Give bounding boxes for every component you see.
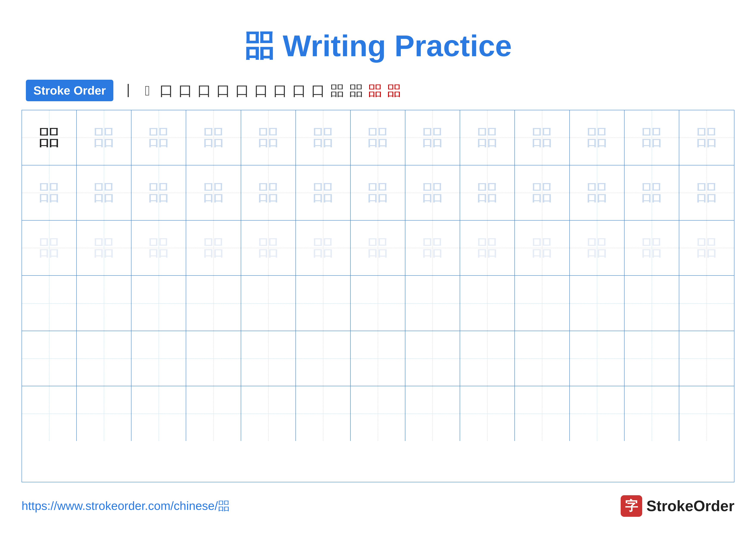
grid-cell[interactable]: 㗊	[131, 220, 186, 275]
char-lighter: 㗊	[641, 237, 662, 259]
grid-cell[interactable]	[22, 331, 77, 386]
grid-cell[interactable]: 㗊	[351, 220, 405, 275]
grid-cell[interactable]	[351, 331, 405, 386]
char-lighter: 㗊	[586, 237, 608, 259]
grid-cell[interactable]	[625, 386, 679, 441]
grid-cell[interactable]	[515, 386, 570, 441]
grid-cell[interactable]: 㗊	[405, 165, 460, 220]
char-faded: 㗊	[696, 182, 717, 204]
stroke-step-14: 㗊	[366, 84, 384, 98]
grid-cell[interactable]: 㗊	[22, 165, 77, 220]
grid-cell[interactable]	[296, 276, 351, 330]
grid-cell[interactable]	[131, 276, 186, 330]
grid-cell[interactable]	[570, 276, 625, 330]
grid-cell[interactable]	[296, 331, 351, 386]
grid-cell[interactable]: 㗊	[679, 220, 734, 275]
grid-cell[interactable]: 㗊	[405, 220, 460, 275]
grid-cell[interactable]	[131, 331, 186, 386]
page-container: 㗊 Writing Practice Stroke Order 丨𠃋口口口口口口…	[0, 0, 756, 534]
grid-cell[interactable]	[131, 386, 186, 441]
grid-cell[interactable]: 㗊	[131, 110, 186, 165]
grid-cell[interactable]: 㗊	[296, 220, 351, 275]
grid-cell[interactable]: 㗊	[186, 220, 241, 275]
grid-cell[interactable]	[241, 331, 296, 386]
char-faded: 㗊	[312, 182, 334, 204]
grid-cell[interactable]	[77, 386, 131, 441]
grid-cell[interactable]	[405, 331, 460, 386]
grid-cell[interactable]	[625, 331, 679, 386]
grid-cell[interactable]	[625, 276, 679, 330]
grid-cell[interactable]: 㗊	[351, 165, 405, 220]
grid-cell[interactable]: 㗊	[405, 110, 460, 165]
footer-logo-icon: 字	[621, 495, 642, 517]
grid-cell[interactable]: 㗊	[460, 110, 515, 165]
grid-cell[interactable]: 㗊	[570, 110, 625, 165]
grid-cell[interactable]: 㗊	[186, 110, 241, 165]
char-faded: 㗊	[203, 182, 224, 204]
grid-cell[interactable]	[77, 276, 131, 330]
stroke-step-10: 口	[290, 84, 308, 98]
footer-url[interactable]: https://www.strokeorder.com/chinese/㗊	[21, 498, 230, 514]
grid-cell[interactable]	[22, 276, 77, 330]
grid-cell[interactable]: 㗊	[22, 220, 77, 275]
grid-cell[interactable]	[351, 276, 405, 330]
grid-cell[interactable]: 㗊	[131, 165, 186, 220]
grid-cell[interactable]	[186, 276, 241, 330]
char-faded: 㗊	[203, 127, 224, 148]
char-faded: 㗊	[93, 127, 115, 148]
grid-cell[interactable]	[679, 386, 734, 441]
char-faded: 㗊	[422, 127, 443, 148]
grid-cell[interactable]: 㗊	[77, 110, 131, 165]
stroke-step-13: 㗊	[347, 84, 364, 98]
grid-cell[interactable]: 㗊	[296, 110, 351, 165]
stroke-step-3: 口	[158, 84, 175, 98]
grid-cell[interactable]	[405, 386, 460, 441]
grid-cell[interactable]: 㗊	[570, 220, 625, 275]
grid-cell[interactable]	[405, 276, 460, 330]
char-lighter: 㗊	[39, 237, 60, 259]
grid-cell[interactable]: 㗊	[241, 110, 296, 165]
grid-cell[interactable]: 㗊	[241, 165, 296, 220]
grid-cell[interactable]: 㗊	[515, 165, 570, 220]
grid-cell[interactable]: 㗊	[625, 110, 679, 165]
grid-cell[interactable]	[570, 386, 625, 441]
grid-cell[interactable]: 㗊	[515, 220, 570, 275]
grid-cell[interactable]: 㗊	[679, 110, 734, 165]
grid-cell[interactable]: 㗊	[625, 165, 679, 220]
grid-cell[interactable]: 㗊	[460, 220, 515, 275]
grid-cell[interactable]	[77, 331, 131, 386]
grid-cell[interactable]: 㗊	[351, 110, 405, 165]
char-faded: 㗊	[93, 182, 115, 204]
grid-cell[interactable]	[515, 276, 570, 330]
grid-cell[interactable]: 㗊	[570, 165, 625, 220]
grid-cell[interactable]: 㗊	[515, 110, 570, 165]
grid-cell[interactable]: 㗊	[241, 220, 296, 275]
grid-cell[interactable]	[296, 386, 351, 441]
grid-cell[interactable]: 㗊	[460, 165, 515, 220]
char-lighter: 㗊	[531, 237, 553, 259]
char-lighter: 㗊	[422, 237, 443, 259]
grid-cell[interactable]	[241, 386, 296, 441]
stroke-step-4: 口	[177, 84, 194, 98]
grid-cell[interactable]: 㗊	[679, 165, 734, 220]
grid-cell[interactable]: 㗊	[22, 110, 77, 165]
grid-cell[interactable]: 㗊	[77, 220, 131, 275]
grid-cell[interactable]	[460, 386, 515, 441]
grid-cell[interactable]	[460, 331, 515, 386]
char-faded: 㗊	[422, 182, 443, 204]
grid-cell[interactable]	[351, 386, 405, 441]
grid-cell[interactable]	[570, 331, 625, 386]
grid-cell[interactable]	[186, 386, 241, 441]
grid-cell[interactable]	[22, 386, 77, 441]
grid-cell[interactable]: 㗊	[296, 165, 351, 220]
grid-cell[interactable]	[679, 331, 734, 386]
grid-cell[interactable]	[460, 276, 515, 330]
stroke-order-row: Stroke Order 丨𠃋口口口口口口口口口㗊㗊㗊㗊	[21, 80, 735, 101]
grid-cell[interactable]: 㗊	[625, 220, 679, 275]
grid-cell[interactable]	[515, 331, 570, 386]
grid-cell[interactable]: 㗊	[186, 165, 241, 220]
grid-cell[interactable]	[679, 276, 734, 330]
grid-cell[interactable]	[241, 276, 296, 330]
grid-cell[interactable]	[186, 331, 241, 386]
grid-cell[interactable]: 㗊	[77, 165, 131, 220]
